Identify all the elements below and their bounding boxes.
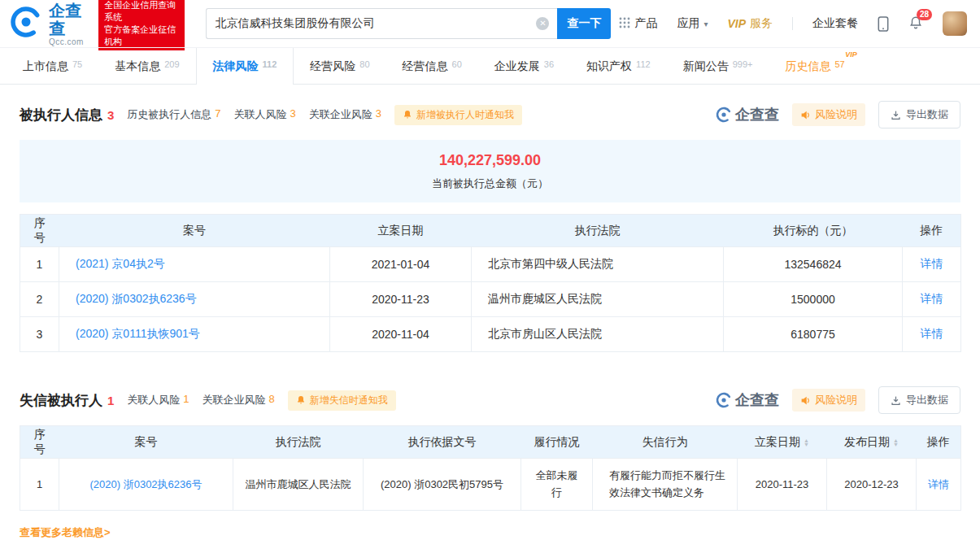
sort-icon[interactable]: ▲▼ xyxy=(804,438,809,446)
search-box: ✕ xyxy=(206,8,557,39)
nav-app[interactable]: 应用 ▾ xyxy=(677,16,708,31)
top-nav: 产品 应用 ▾ VIP 服务 企业套餐 28 xyxy=(619,11,970,36)
bell-icon xyxy=(403,110,412,120)
vip-icon: VIP xyxy=(727,17,746,30)
speaker-icon xyxy=(800,395,811,406)
risk-explanation-button[interactable]: 风险说明 xyxy=(792,389,865,412)
case-link[interactable]: (2020) 京0111执恢901号 xyxy=(76,327,200,340)
detail-link[interactable]: 详情 xyxy=(921,292,943,305)
gov-badge-line1: 全国企业信用查询系统 xyxy=(104,0,179,24)
link-related-person-risk[interactable]: 关联人风险 3 xyxy=(234,107,296,122)
case-link[interactable]: (2020) 浙0302执6236号 xyxy=(76,292,197,305)
notify-me-button[interactable]: 新增被执行人时通知我 xyxy=(394,105,522,125)
cell-court: 北京市房山区人民法院 xyxy=(472,317,724,352)
cell-action: 详情 xyxy=(903,317,961,352)
sort-icon[interactable]: ▲▼ xyxy=(893,438,899,446)
qcc-watermark-icon xyxy=(716,392,732,408)
chevron-down-icon: ▾ xyxy=(703,20,708,28)
section-count: 3 xyxy=(107,108,114,122)
tab-count: 112 xyxy=(636,59,651,69)
nav-vip-label: 服务 xyxy=(750,16,773,31)
risk-explanation-button[interactable]: 风险说明 xyxy=(792,103,865,126)
link-related-company-risk[interactable]: 关联企业风险 3 xyxy=(309,107,381,122)
tab-count: 112 xyxy=(263,59,277,69)
cell-court: 温州市鹿城区人民法院 xyxy=(233,459,364,511)
qcc-watermark: 企查查 xyxy=(716,105,779,124)
detail-link[interactable]: 详情 xyxy=(928,478,949,490)
export-data-button[interactable]: 导出数据 xyxy=(878,386,960,414)
col-header-action: 操作 xyxy=(903,215,961,247)
notify-me-button[interactable]: 新增失信时通知我 xyxy=(288,390,396,411)
clear-icon[interactable]: ✕ xyxy=(536,17,549,30)
notification-count-badge: 28 xyxy=(917,9,932,20)
section-title: 被执行人信息 3 xyxy=(20,106,114,124)
col-header-doc-no: 执行依据文号 xyxy=(364,426,521,459)
download-icon xyxy=(891,110,901,120)
tab-count: 60 xyxy=(452,59,462,69)
cell-index: 3 xyxy=(20,317,59,352)
search-button[interactable]: 查一下 xyxy=(557,8,611,39)
col-header-filing-date: 立案日期 xyxy=(330,215,472,247)
mobile-app-icon[interactable] xyxy=(878,16,889,32)
tab-business-info[interactable]: 经营信息 60 xyxy=(386,48,478,85)
bell-icon xyxy=(296,395,306,405)
tab-label: 上市信息 xyxy=(23,59,68,74)
section-title: 失信被执行人 1 xyxy=(20,391,114,410)
dishonest-persons-section: 失信被执行人 1 关联人风险 1 关联企业风险 8 新增失信时通知我 企查查 xyxy=(20,386,960,540)
cell-case-no: (2020) 京0111执恢901号 xyxy=(59,317,330,352)
tab-enterprise-development[interactable]: 企业发展 36 xyxy=(478,48,570,85)
user-avatar[interactable] xyxy=(943,11,967,36)
tab-count: 999+ xyxy=(733,59,753,69)
tab-count: 75 xyxy=(72,59,82,69)
tab-listed-info[interactable]: 上市信息 75 xyxy=(7,48,98,85)
section-count: 1 xyxy=(107,394,114,407)
tab-news-announcements[interactable]: 新闻公告 999+ xyxy=(667,48,769,85)
cell-filing-date: 2021-01-04 xyxy=(330,247,472,282)
col-header-index: 序号 xyxy=(20,215,59,247)
search-input[interactable] xyxy=(215,17,536,30)
cell-action: 详情 xyxy=(917,459,961,511)
dishonest-table-header-row: 序号 案号 执行法院 执行依据文号 履行情况 失信行为 立案日期▲▼ 发布日期▲… xyxy=(20,426,961,459)
cell-filing-date: 2020-11-23 xyxy=(738,459,827,511)
case-link[interactable]: (2021) 京04执2号 xyxy=(76,257,165,270)
tab-legal-risk[interactable]: 法律风险 112 xyxy=(196,48,294,85)
link-related-company-risk[interactable]: 关联企业风险 8 xyxy=(203,393,275,407)
link-history-executed[interactable]: 历史被执行人信息 7 xyxy=(127,107,220,122)
detail-link[interactable]: 详情 xyxy=(921,257,943,270)
cell-index: 1 xyxy=(20,247,59,282)
export-data-button[interactable]: 导出数据 xyxy=(878,101,960,128)
col-header-filing-date[interactable]: 立案日期▲▼ xyxy=(738,426,827,459)
notifications-bell[interactable]: 28 xyxy=(908,15,923,33)
executed-total-summary: 140,227,599.00 当前被执行总金额（元） xyxy=(20,140,960,202)
nav-vip-service[interactable]: VIP 服务 xyxy=(727,16,773,31)
nav-product[interactable]: 产品 xyxy=(619,16,657,31)
tab-count: 57 xyxy=(834,59,844,69)
tab-label: 历史信息 xyxy=(785,59,830,74)
tab-label: 经营信息 xyxy=(403,59,448,74)
logo-text[interactable]: 企查查 Qcc.com xyxy=(49,2,89,46)
tab-intellectual-property[interactable]: 知识产权 112 xyxy=(570,48,667,85)
col-header-publish-date[interactable]: 发布日期▲▼ xyxy=(827,426,917,459)
executed-table: 序号 案号 立案日期 执行法院 执行标的（元） 操作 1 (2021) 京04执… xyxy=(20,214,961,352)
nav-app-label: 应用 xyxy=(677,16,699,31)
view-more-link[interactable]: 查看更多老赖信息> xyxy=(20,525,111,540)
case-link[interactable]: (2020) 浙0302执6236号 xyxy=(89,478,202,490)
link-related-person-risk[interactable]: 关联人风险 1 xyxy=(127,393,189,407)
tab-count: 36 xyxy=(544,59,554,69)
tab-label: 法律风险 xyxy=(213,59,259,74)
tab-business-risk[interactable]: 经营风险 80 xyxy=(294,48,385,85)
cell-case-no: (2020) 浙0302执6236号 xyxy=(59,282,330,317)
nav-enterprise-package[interactable]: 企业套餐 xyxy=(812,16,858,31)
cell-court: 北京市第四中级人民法院 xyxy=(472,247,724,282)
tab-history-info[interactable]: 历史信息 57 VIP xyxy=(769,48,860,85)
cell-filing-date: 2020-11-23 xyxy=(330,282,472,317)
cell-action: 详情 xyxy=(903,282,961,317)
tab-basic-info[interactable]: 基本信息 209 xyxy=(98,48,195,85)
company-tabbar: 上市信息 75 基本信息 209 法律风险 112 经营风险 80 经营信息 6… xyxy=(0,47,980,85)
qcc-logo-icon[interactable] xyxy=(10,6,42,41)
section-title-text: 被执行人信息 xyxy=(20,106,102,124)
qcc-watermark: 企查查 xyxy=(716,390,779,410)
detail-link[interactable]: 详情 xyxy=(921,327,943,340)
section-header-right: 企查查 风险说明 导出数据 xyxy=(716,101,960,128)
col-header-performance: 履行情况 xyxy=(521,426,593,459)
